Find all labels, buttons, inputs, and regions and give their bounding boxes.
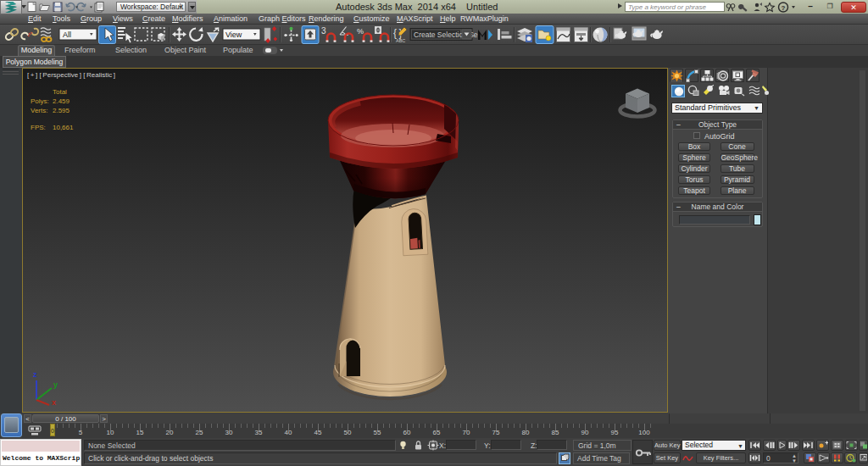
svg-text:ABC: ABC — [396, 38, 405, 43]
svg-text:%: % — [357, 27, 364, 36]
svg-text:All: All — [63, 31, 71, 39]
svg-text:?: ? — [782, 4, 786, 12]
svg-text:x: x — [52, 398, 56, 407]
svg-text:View: View — [225, 31, 242, 39]
svg-text:z: z — [33, 370, 37, 379]
svg-text:3: 3 — [321, 26, 326, 36]
svg-text:y: y — [53, 380, 58, 389]
